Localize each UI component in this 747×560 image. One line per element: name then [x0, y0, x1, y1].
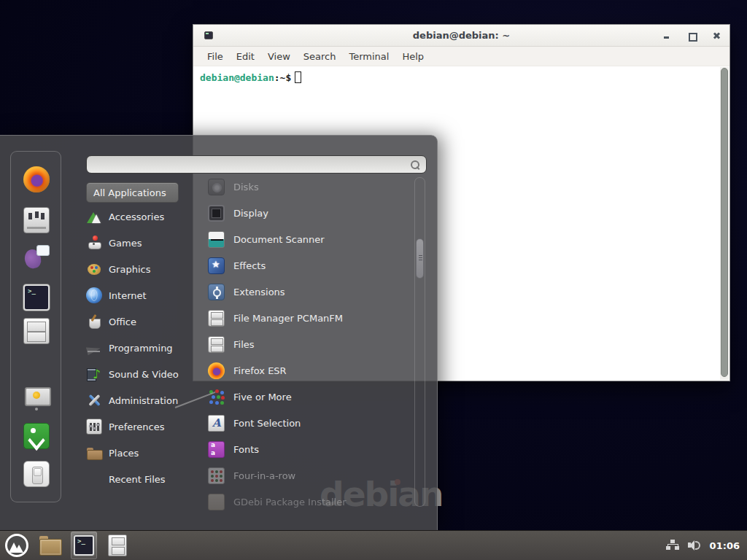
menu-button-icon — [5, 534, 28, 557]
favorites-panel — [10, 151, 61, 502]
programming-icon — [86, 340, 102, 356]
app-display[interactable]: Display — [208, 200, 406, 226]
app-four-in-a-row[interactable]: Four-in-a-row — [208, 462, 406, 489]
places-icon — [86, 445, 102, 461]
app-disks[interactable]: Disks — [208, 174, 406, 200]
lock-screen-icon[interactable] — [23, 385, 50, 411]
app-files[interactable]: Files — [208, 331, 406, 357]
taskbar-files[interactable] — [104, 532, 131, 559]
app-firefox-esr[interactable]: Firefox ESR — [208, 357, 406, 384]
app-extensions[interactable]: Extensions — [208, 279, 406, 305]
terminal-icon[interactable] — [23, 284, 50, 311]
menu-button[interactable] — [4, 532, 30, 559]
clock[interactable]: 01:06 — [710, 540, 740, 551]
category-internet[interactable]: Internet — [86, 282, 203, 308]
pidgin-icon[interactable] — [23, 244, 50, 270]
menu-search[interactable]: Search — [297, 51, 343, 62]
taskbar-file-manager[interactable] — [37, 532, 63, 559]
taskbar-terminal[interactable] — [71, 532, 97, 559]
terminal-menubar: File Edit View Search Terminal Help — [193, 47, 729, 66]
application-list: Disks Display Document Scanner Effects E… — [208, 174, 406, 515]
search-box[interactable] — [86, 155, 427, 174]
app-font-selection[interactable]: Font Selection — [208, 410, 406, 436]
accessories-icon — [86, 209, 102, 225]
no-icon — [86, 471, 102, 487]
colored-dots-icon — [208, 389, 225, 405]
disks-icon — [208, 179, 225, 195]
extensions-icon — [208, 284, 225, 300]
close-button[interactable] — [712, 31, 721, 40]
category-all-applications[interactable]: All Applications — [86, 182, 179, 203]
prompt-suffix: :~$ — [274, 72, 291, 83]
document-scanner-icon — [208, 231, 225, 248]
category-graphics[interactable]: Graphics — [86, 256, 203, 282]
search-input[interactable] — [93, 159, 410, 170]
shutdown-icon[interactable] — [23, 461, 50, 487]
file-cabinet-icon — [208, 336, 225, 353]
category-recent-files[interactable]: Recent Files — [86, 466, 203, 492]
app-document-scanner[interactable]: Document Scanner — [208, 226, 406, 252]
folder-icon — [39, 536, 61, 555]
terminal-titlebar[interactable]: debian@debian: ~ — [193, 25, 729, 47]
category-accessories[interactable]: Accessories — [86, 203, 203, 230]
firefox-icon — [208, 362, 225, 379]
category-list: Accessories Games Graphics Internet Offi… — [86, 203, 203, 492]
category-preferences[interactable]: Preferences — [86, 413, 203, 440]
firefox-icon[interactable] — [23, 166, 50, 192]
terminal-window-icon — [204, 31, 213, 39]
app-fonts[interactable]: Fonts — [208, 436, 406, 462]
menu-edit[interactable]: Edit — [230, 51, 261, 62]
graphics-icon — [86, 261, 102, 277]
display-icon — [208, 205, 225, 222]
taskbar: 01:06 — [0, 530, 747, 560]
package-icon — [208, 494, 225, 510]
menu-help[interactable]: Help — [395, 51, 430, 62]
app-effects[interactable]: Effects — [208, 252, 406, 279]
network-icon[interactable] — [666, 540, 679, 551]
file-cabinet-icon — [108, 534, 127, 556]
office-icon — [86, 314, 102, 330]
prompt-user-host: debian@debian — [200, 72, 274, 83]
app-file-manager-pcmanfm[interactable]: File Manager PCManFM — [208, 305, 406, 331]
maximize-button[interactable] — [687, 31, 696, 40]
all-applications-label: All Applications — [93, 187, 166, 198]
preferences-icon — [86, 419, 102, 435]
four-in-a-row-icon — [208, 467, 225, 484]
shell-prompt: debian@debian:~$ — [200, 71, 301, 83]
app-gdebi-package-installer[interactable]: GDebi Package Installer — [208, 489, 406, 515]
application-list-scrollbar[interactable] — [414, 177, 425, 507]
application-list-scrollbar-thumb[interactable] — [416, 238, 424, 279]
terminal-icon — [74, 535, 94, 556]
search-icon — [410, 160, 420, 170]
font-selection-icon — [208, 415, 225, 432]
application-menu: All Applications Accessories Games Graph… — [0, 135, 438, 530]
control-center-icon[interactable] — [23, 207, 50, 233]
category-programming[interactable]: Programming — [86, 335, 203, 361]
terminal-window-title: debian@debian: ~ — [193, 30, 729, 41]
menu-view[interactable]: View — [261, 51, 297, 62]
internet-icon — [86, 287, 102, 303]
volume-icon[interactable] — [688, 540, 701, 551]
terminal-cursor — [295, 71, 301, 83]
fonts-icon — [208, 441, 225, 458]
terminal-scrollbar[interactable] — [720, 67, 729, 380]
minimize-button[interactable] — [662, 31, 671, 40]
file-cabinet-icon[interactable] — [23, 318, 50, 344]
category-administration[interactable]: Administration — [86, 387, 203, 413]
games-icon — [86, 235, 102, 251]
category-office[interactable]: Office — [86, 308, 203, 335]
category-places[interactable]: Places — [86, 440, 203, 466]
effects-icon — [208, 257, 225, 274]
sound-video-icon — [86, 366, 102, 382]
category-games[interactable]: Games — [86, 230, 203, 256]
file-cabinet-icon — [208, 310, 225, 327]
terminal-scrollbar-thumb[interactable] — [721, 68, 728, 377]
menu-file[interactable]: File — [201, 51, 230, 62]
logout-icon[interactable] — [23, 423, 50, 449]
app-five-or-more[interactable]: Five or More — [208, 384, 406, 410]
administration-icon — [86, 392, 102, 408]
menu-terminal[interactable]: Terminal — [342, 51, 395, 62]
category-sound-video[interactable]: Sound & Video — [86, 361, 203, 387]
